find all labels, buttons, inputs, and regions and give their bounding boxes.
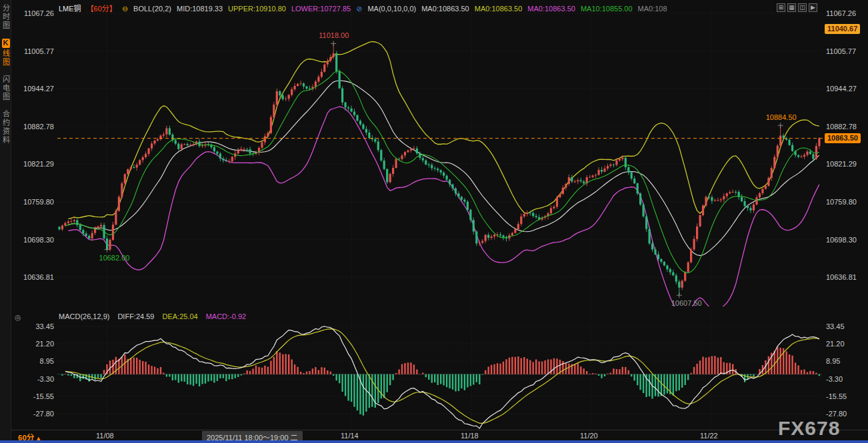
macd-axis-label: 33.45 — [16, 322, 54, 330]
macd-axis-label: -27.80 — [16, 410, 54, 418]
price-axis-label: 11067.26 — [16, 9, 54, 17]
tab-contract-info[interactable]: 合约资料 — [1, 110, 11, 145]
ma-label: MA(0,0,10,0,0) — [367, 4, 416, 13]
macd-diff-value: DIFF:24.59 — [117, 312, 154, 320]
macd-axis-label: 8.95 — [826, 357, 866, 365]
price-axis-label: 10821.29 — [826, 160, 866, 168]
view-toggle-icons: ⊞▦◫▶ — [777, 3, 817, 12]
boll-upper-value: UPPER:10910.80 — [228, 4, 286, 13]
price-annotation: 10682.00 — [99, 254, 130, 262]
symbol-title: LME铜 — [59, 4, 81, 13]
macd-value: MACD:-0.92 — [206, 312, 247, 320]
kline-k-icon: K — [2, 39, 10, 48]
price-axis-label: 10759.80 — [826, 198, 866, 206]
macd-settings-icon[interactable]: ◎ — [15, 313, 21, 322]
price-axis-label: 11067.26 — [826, 9, 866, 17]
price-axis-label: 10821.29 — [16, 160, 54, 168]
macd-axis-label: -15.55 — [826, 392, 866, 400]
macd-axis-label: 33.45 — [826, 322, 866, 330]
sidebar: 分时图K线图闪电图合约资料 — [0, 0, 11, 440]
price-axis-label: 10944.27 — [826, 85, 866, 93]
date-label: 11/18 — [461, 432, 479, 440]
price-annotation: 11018.00 — [319, 31, 349, 39]
price-axis-label: 10882.78 — [826, 123, 866, 131]
boll-label: BOLL(20,2) — [133, 4, 171, 13]
tab-flash-chart[interactable]: 闪电图 — [1, 75, 11, 101]
play-icon[interactable]: ▶ — [809, 3, 817, 12]
macd-dea-value: DEA:25.04 — [162, 312, 197, 320]
macd-axis-label: -3.30 — [826, 375, 866, 383]
ma0-value-truncated: MA0:108 — [638, 4, 667, 13]
split-view-icon[interactable]: ◫ — [798, 3, 807, 12]
chart-plot-area[interactable] — [0, 0, 868, 443]
period-label[interactable]: 【60分】 — [87, 4, 117, 13]
boll-lower-value: LOWER:10727.85 — [291, 4, 351, 13]
price-axis-label: 10759.80 — [16, 198, 54, 206]
macd-axis-label: 21.20 — [826, 340, 866, 348]
tab-time-chart[interactable]: 分时图 — [1, 4, 11, 30]
ma10-value: MA10:10855.00 — [581, 4, 633, 13]
price-axis-label: 10636.81 — [826, 273, 866, 281]
boll-mid-value: MID:10819.33 — [177, 4, 223, 13]
macd-axis-label: 8.95 — [16, 357, 54, 365]
macd-label: MACD(26,12,9) — [59, 312, 109, 320]
upper-badge: 11040.67 — [825, 24, 860, 34]
price-axis-label: 10882.78 — [16, 123, 54, 131]
ma0-value-white: MA0:10863.50 — [421, 4, 469, 13]
date-label: 11/22 — [700, 432, 718, 440]
watermark: FX678 — [778, 417, 840, 440]
price-axis-label: 10944.27 — [16, 85, 54, 93]
price-axis-label: 11005.77 — [826, 47, 866, 55]
ma0-value-yellow: MA0:10863.50 — [475, 4, 523, 13]
price-annotation: 10884.50 — [766, 113, 797, 121]
price-axis-label: 10698.30 — [16, 236, 54, 244]
price-axis-label: 11005.77 — [16, 47, 54, 55]
macd-header: MACD(26,12,9)DIFF:24.59DEA:25.04MACD:-0.… — [59, 312, 246, 320]
price-axis-label: 10636.81 — [16, 273, 54, 281]
price-annotation: 10607.50 — [671, 299, 702, 307]
price-axis-label: 10698.30 — [826, 236, 866, 244]
ma0-value-magenta: MA0:10863.50 — [527, 4, 575, 13]
macd-axis-label: -15.55 — [16, 392, 54, 400]
date-label: 11/08 — [96, 432, 114, 440]
date-label: 11/14 — [341, 432, 359, 440]
app-root: LME铜【60分】⊖BOLL(20,2)MID:10819.33UPPER:10… — [0, 0, 868, 443]
grid-view-icon[interactable]: ▦ — [787, 3, 796, 12]
date-label: 11/20 — [580, 432, 598, 440]
tab-kline-chart[interactable]: K线图 — [1, 39, 11, 67]
boll-collapse-icon[interactable]: ⊖ — [122, 4, 128, 13]
bottom-accent-bar — [0, 440, 868, 443]
add-window-icon[interactable]: ⊞ — [777, 3, 785, 12]
macd-axis-label: 21.20 — [16, 340, 54, 348]
ma-collapse-icon[interactable]: ⊘ — [356, 4, 362, 13]
indicator-header: LME铜【60分】⊖BOLL(20,2)MID:10819.33UPPER:10… — [59, 3, 775, 14]
last-price-badge: 10863.50 — [825, 133, 861, 143]
macd-axis-label: -3.30 — [16, 375, 54, 383]
